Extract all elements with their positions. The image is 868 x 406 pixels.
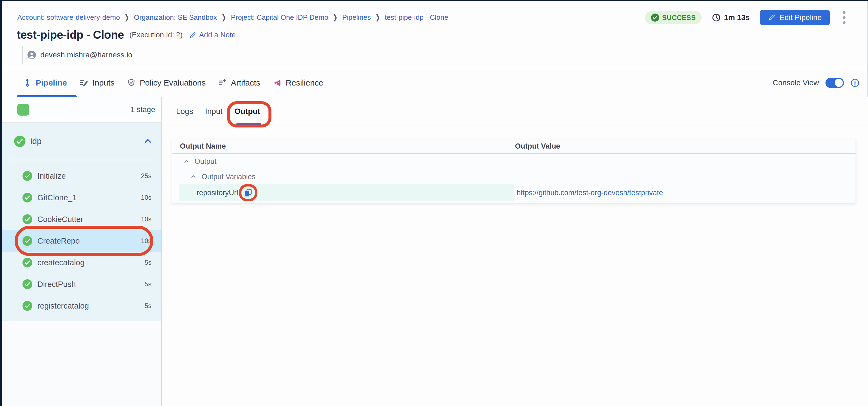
- triggered-by-row: devesh.mishra@harness.io: [22, 46, 132, 64]
- column-output-name: Output Name: [172, 142, 515, 150]
- add-note-label: Add a Note: [199, 31, 236, 39]
- step-success-icon: [23, 258, 32, 267]
- breadcrumb: Account: software-delivery-demo ❯ Organi…: [17, 12, 448, 23]
- breadcrumb-account-link[interactable]: Account: software-delivery-demo: [17, 13, 120, 22]
- breadcrumb-pipelines-link[interactable]: Pipelines: [342, 13, 371, 22]
- output-variables-group-label: Output Variables: [202, 173, 255, 181]
- tab-input[interactable]: Input: [205, 107, 223, 116]
- stage-group-idp[interactable]: idp: [2, 123, 161, 160]
- status-badge: SUCCESS: [645, 11, 702, 24]
- output-group-label: Output: [194, 157, 216, 166]
- breadcrumb-org-link[interactable]: Organization: SE Sandbox: [134, 13, 217, 22]
- console-view-label: Console View: [773, 78, 819, 87]
- execution-title-row: test-pipe-idp - Clone (Execution Id: 2) …: [17, 28, 236, 41]
- inputs-icon: [80, 78, 88, 88]
- artifacts-icon: [218, 78, 227, 87]
- execution-nav-tabs: Pipeline Inputs Policy Evaluations Artif…: [23, 69, 323, 97]
- tab-resilience[interactable]: Resilience: [273, 78, 323, 88]
- output-variable-row: repositoryUrl https://github.com/test-or…: [172, 184, 856, 201]
- resilience-icon: [273, 78, 282, 88]
- tab-inputs[interactable]: Inputs: [80, 78, 115, 88]
- step-success-icon: [23, 301, 32, 311]
- user-email: devesh.mishra@harness.io: [40, 50, 132, 59]
- add-note-link[interactable]: Add a Note: [189, 31, 236, 39]
- output-table-card: Output Name Output Value Output Output V…: [172, 139, 856, 203]
- active-detail-tab-underline: [236, 123, 261, 125]
- output-group-row[interactable]: Output: [172, 154, 856, 169]
- output-table-header: Output Name Output Value: [172, 139, 856, 154]
- step-detail-panel: Logs Input Output Output Name Output Val…: [162, 97, 868, 406]
- tab-policy-evaluations[interactable]: Policy Evaluations: [127, 78, 206, 88]
- breadcrumb-separator: ❯: [333, 13, 338, 22]
- console-view-toggle[interactable]: [826, 78, 844, 88]
- stage-group-panel: idp Initialize 25s GitClone_1 10s: [2, 123, 161, 321]
- clock-icon: [712, 13, 721, 22]
- tab-artifacts-label: Artifacts: [231, 78, 260, 88]
- step-row-gitclone[interactable]: GitClone_1 10s: [2, 187, 161, 208]
- step-success-icon: [23, 193, 32, 202]
- breadcrumb-project-link[interactable]: Project: Capital One IDP Demo: [231, 13, 328, 22]
- output-variable-name-cell: repositoryUrl: [179, 184, 514, 201]
- harness-pipeline-execution-screen: Account: software-delivery-demo ❯ Organi…: [0, 0, 868, 406]
- stage-sidebar: 1 stage idp Initialize 25s: [2, 97, 162, 406]
- breadcrumb-separator: ❯: [375, 13, 380, 22]
- breadcrumb-separator: ❯: [125, 13, 129, 22]
- tab-artifacts[interactable]: Artifacts: [218, 78, 260, 88]
- tab-resilience-label: Resilience: [286, 78, 323, 88]
- step-row-registercatalog[interactable]: registercatalog 5s: [2, 295, 161, 317]
- copy-button[interactable]: [243, 188, 253, 198]
- more-options-menu[interactable]: [840, 9, 848, 26]
- success-check-icon: [651, 13, 659, 22]
- pencil-icon: [768, 14, 776, 22]
- step-row-cookiecutter[interactable]: CookieCutter 10s: [2, 208, 161, 230]
- toggle-knob: [835, 79, 843, 87]
- duration-label: 1m 13s: [724, 13, 750, 22]
- step-list: Initialize 25s GitClone_1 10s CookieCutt…: [2, 160, 161, 321]
- step-row-directpush[interactable]: DirectPush 5s: [2, 273, 161, 295]
- tab-pipeline[interactable]: Pipeline: [23, 78, 67, 88]
- step-row-initialize[interactable]: Initialize 25s: [2, 165, 161, 187]
- status-badge-label: SUCCESS: [662, 14, 696, 22]
- chevron-up-icon[interactable]: [183, 158, 190, 165]
- pipeline-icon: [23, 78, 32, 87]
- column-output-value: Output Value: [515, 142, 560, 150]
- tab-policy-evaluations-label: Policy Evaluations: [140, 78, 206, 88]
- variable-value-link[interactable]: https://github.com/test-org-devesh/testp…: [517, 184, 663, 201]
- step-detail-tabs: Logs Input Output: [162, 97, 868, 126]
- step-success-icon: [23, 214, 32, 224]
- tab-pipeline-label: Pipeline: [36, 78, 67, 88]
- step-success-icon: [23, 279, 32, 289]
- edit-pipeline-button[interactable]: Edit Pipeline: [760, 10, 830, 25]
- page-title: test-pipe-idp - Clone: [17, 28, 124, 41]
- stage-count-label: 1 stage: [130, 105, 155, 114]
- tab-logs[interactable]: Logs: [176, 107, 193, 116]
- variable-name: repositoryUrl: [197, 189, 238, 197]
- policy-shield-icon: [127, 78, 136, 87]
- pencil-icon: [189, 31, 196, 39]
- tab-output-active[interactable]: Output: [234, 107, 260, 116]
- stage-group-label: idp: [30, 136, 41, 146]
- topbar-controls: SUCCESS 1m 13s Edit Pipeline: [645, 9, 848, 26]
- output-variables-group-row[interactable]: Output Variables: [172, 169, 856, 184]
- breadcrumb-execution-link[interactable]: test-pipe-idp - Clone: [385, 13, 448, 22]
- execution-id-label: (Execution Id: 2): [129, 31, 183, 39]
- step-row-createrepo-selected[interactable]: CreateRepo 10s: [2, 230, 161, 252]
- console-view-control: Console View: [773, 69, 860, 97]
- chevron-up-icon[interactable]: [143, 137, 153, 146]
- user-avatar-icon: [27, 50, 36, 60]
- info-icon[interactable]: [850, 78, 860, 88]
- chevron-up-icon[interactable]: [190, 173, 197, 180]
- stage-status-square: [17, 104, 29, 115]
- tab-inputs-label: Inputs: [92, 78, 115, 88]
- step-success-icon: [23, 236, 32, 246]
- execution-duration: 1m 13s: [712, 13, 750, 22]
- success-check-icon: [14, 136, 26, 147]
- breadcrumb-separator: ❯: [222, 13, 226, 22]
- step-row-createcatalog[interactable]: createcatalog 5s: [2, 252, 161, 273]
- edit-pipeline-label: Edit Pipeline: [779, 13, 822, 22]
- header-divider: [4, 68, 867, 68]
- step-success-icon: [23, 171, 32, 181]
- stage-summary-header: 1 stage: [2, 97, 161, 123]
